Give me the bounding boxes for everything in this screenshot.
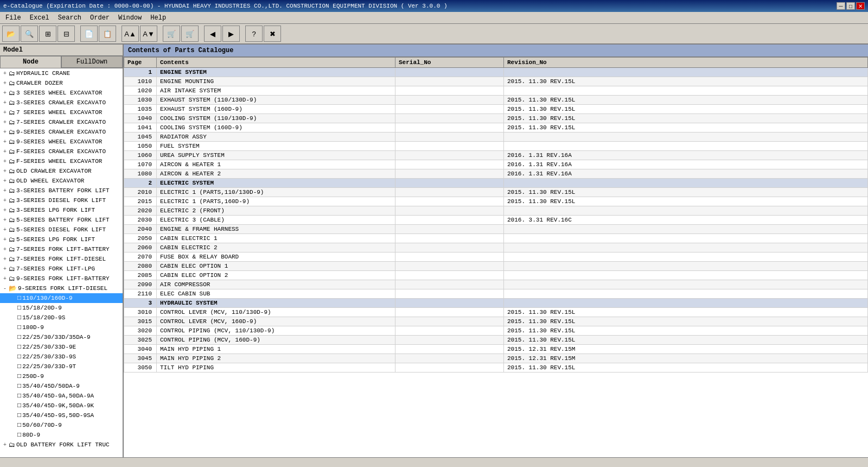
tree-item-80d9[interactable]: □80D-9 [0,430,123,440]
table-row[interactable]: 1050FUEL SYSTEM [124,142,868,151]
tree-item-3-series-wheel[interactable]: +🗂3 SERIES WHEEL EXCAVATOR [0,88,123,98]
tree-item-50-60-70d9[interactable]: □50/60/70D-9 [0,420,123,430]
table-row[interactable]: 1070AIRCON & HEATER 12016. 1.31 REV.16A [124,160,868,169]
tree-container[interactable]: +🗂HYDRAULIC CRANE+🗂CRAWLER DOZER+🗂3 SERI… [0,68,123,457]
tree-item-180d9[interactable]: □180D-9 [0,323,123,332]
next-btn[interactable]: ▶ [222,26,240,42]
prev-btn[interactable]: ◀ [204,26,221,42]
table-row[interactable]: 3020CONTROL PIPING (MCV, 110/130D-9)2015… [124,326,868,336]
expand-icon-7-lpg-fork[interactable]: + [1,266,9,272]
expand-icon-7-series-crawler[interactable]: + [1,119,9,125]
close-window-button[interactable]: ✕ [856,2,865,10]
tree-item-22-25-30-33d9s[interactable]: □22/25/30/33D-9S [0,352,123,362]
expand-icon-old-wheel[interactable]: + [1,178,9,184]
tree-item-3-diesel-fork[interactable]: +🗂3-SERIES DIESEL FORK LIFT [0,195,123,205]
menu-item-window[interactable]: Window [115,13,145,23]
expand-icon-3-series-crawler[interactable]: + [1,100,9,106]
catalogue-table[interactable]: PageContentsSerial_NoRevision_No 1ENGINE… [124,57,868,457]
table-row[interactable]: 1010ENGINE MOUNTING2015. 11.30 REV.15L [124,77,868,86]
tree-item-7-battery-fork[interactable]: +🗂7-SERIES FORK LIFT-BATTERY [0,244,123,254]
menu-item-order[interactable]: Order [87,13,113,23]
table-row[interactable]: 2020ELECTRIC 2 (FRONT) [124,206,868,216]
tree-item-3-series-crawler[interactable]: +🗂3-SERIES CRAWLER EXCAVATO [0,98,123,108]
expand-icon-5-lpg-fork[interactable]: + [1,237,9,243]
tree-item-7-series-crawler[interactable]: +🗂7-SERIES CRAWLER EXCAVATO [0,117,123,127]
table-row[interactable]: 2085CABIN ELEC OPTION 2 [124,271,868,280]
tree-item-crawler-dozer[interactable]: +🗂CRAWLER DOZER [0,78,123,88]
expand-icon-9-series-crawler[interactable]: + [1,129,9,135]
node-tab-fulldown[interactable]: FullDown [61,56,123,68]
tree-item-7-series-wheel[interactable]: +🗂7 SERIES WHEEL EXCAVATOR [0,108,123,117]
tree-item-f-series-wheel[interactable]: +🗂F-SERIES WHEEL EXCAVATOR [0,156,123,166]
tree-item-old-wheel[interactable]: +🗂OLD WHEEL EXCAVATOR [0,176,123,186]
zoom-in-btn[interactable]: A▲ [122,26,139,42]
tree-item-7-lpg-fork[interactable]: +🗂7-SERIES FORK LIFT-LPG [0,264,123,274]
table-row[interactable]: 2ELECTRIC SYSTEM [124,179,868,188]
table-row[interactable]: 2010ELECTRIC 1 (PARTS,110/130D-9)2015. 1… [124,188,868,197]
tree-item-35-40-45-50da9sa[interactable]: □35/40/45D-9S,50D-9SA [0,411,123,420]
table-row[interactable]: 1041COOLING SYSTEM (160D-9)2015. 11.30 R… [124,123,868,132]
expand-icon-old-crawler[interactable]: + [1,168,9,174]
table-row[interactable]: 2050CABIN ELECTRIC 1 [124,234,868,243]
expand-icon-hydraulic-crane[interactable]: + [1,71,9,77]
tree-item-9-diesel-fork[interactable]: -📂9-SERIES FORK LIFT-DIESEL [0,283,123,293]
menu-item-file[interactable]: File [2,13,24,23]
expand-icon-3-series-wheel[interactable]: + [1,90,9,96]
tree-item-old-crawler[interactable]: +🗂OLD CRAWLER EXCAVATOR [0,166,123,176]
tree-item-22-25-30-33d9e[interactable]: □22/25/30/33D-9E [0,342,123,352]
expand-icon-f-series-crawler[interactable]: + [1,149,9,155]
tree-item-9-series-wheel[interactable]: +🗂9-SERIES WHEEL EXCAVATOR [0,137,123,147]
doc2-btn[interactable]: 📋 [99,26,116,42]
expand-icon-5-diesel-fork[interactable]: + [1,227,9,233]
tree-item-9-series-crawler[interactable]: +🗂9-SERIES CRAWLER EXCAVATO [0,127,123,137]
expand-icon-crawler-dozer[interactable]: + [1,80,9,86]
menu-item-search[interactable]: Search [55,13,85,23]
tree-item-5-diesel-fork[interactable]: +🗂5-SERIES DIESEL FORK LIFT [0,225,123,235]
zoom-out-btn[interactable]: A▼ [140,26,157,42]
tree-item-3-battery-fork[interactable]: +🗂3-SERIES BATTERY FORK LIFT [0,186,123,195]
table-row[interactable]: 1060UREA SUPPLY SYSTEM2016. 1.31 REV.16A [124,151,868,160]
table-row[interactable]: 3040MAIN HYD PIPING 12015. 12.31 REV.15M [124,345,868,354]
tree-item-250d9[interactable]: □250D-9 [0,371,123,381]
grid-btn[interactable]: ⊞ [39,26,56,42]
table-row[interactable]: 1080AIRCON & HEATER 22016. 1.31 REV.16A [124,169,868,179]
expand-icon-3-battery-fork[interactable]: + [1,188,9,194]
minimize-button[interactable]: ─ [837,2,845,10]
tree-item-f-series-crawler[interactable]: +🗂F-SERIES CRAWLER EXCAVATO [0,147,123,156]
tree-item-15-18-20d9s[interactable]: □15/18/20D-9S [0,313,123,323]
tree-item-9-battery-fork[interactable]: +🗂9-SERIES FORK LIFT-BATTERY [0,274,123,283]
tree-item-old-battery-truc[interactable]: +🗂OLD BATTERY FORK LIFT TRUC [0,440,123,450]
tree-item-35-40-45-50da9[interactable]: □35/40/45D/50DA-9 [0,381,123,391]
table-row[interactable]: 3010CONTROL LEVER (MCV, 110/130D-9)2015.… [124,308,868,317]
expand-icon-3-lpg-fork[interactable]: + [1,207,9,213]
expand-icon-3-diesel-fork[interactable]: + [1,198,9,204]
table-row[interactable]: 1035EXHAUST SYSTEM (160D-9)2015. 11.30 R… [124,105,868,114]
expand-icon-7-battery-fork[interactable]: + [1,247,9,253]
table-row[interactable]: 2080CABIN ELEC OPTION 1 [124,262,868,271]
open-btn[interactable]: 📂 [2,26,20,42]
expand-icon-9-battery-fork[interactable]: + [1,276,9,282]
table-row[interactable]: 3025CONTROL PIPING (MCV, 160D-9)2015. 11… [124,336,868,345]
table-row[interactable]: 2060CABIN ELECTRIC 2 [124,243,868,253]
tree-item-7-diesel-fork[interactable]: +🗂7-SERIES FORK LIFT-DIESEL [0,254,123,264]
table-row[interactable]: 3015CONTROL LEVER (MCV, 160D-9)2015. 11.… [124,317,868,326]
tree-item-110-130-160[interactable]: □110/130/160D-9 [0,293,123,303]
tree-item-22-25-30-33d9t[interactable]: □22/25/30/33D-9T [0,362,123,371]
table-row[interactable]: 3050TILT HYD PIPING2015. 11.30 REV.15L [124,363,868,373]
expand-icon-old-battery-truc[interactable]: + [1,442,9,448]
maximize-button[interactable]: □ [846,2,855,10]
doc-btn[interactable]: 📄 [80,26,98,42]
table-row[interactable]: 2030ELECTRIC 3 (CABLE)2016. 3.31 REV.16C [124,216,868,225]
expand-icon-f-series-wheel[interactable]: + [1,159,9,165]
grid2-btn[interactable]: ⊟ [58,26,75,42]
tree-item-3-lpg-fork[interactable]: +🗂3-SERIES LPG FORK LIFT [0,205,123,215]
table-row[interactable]: 2070FUSE BOX & RELAY BOARD [124,253,868,262]
table-row[interactable]: 1040COOLING SYSTEM (110/130D-9)2015. 11.… [124,114,868,123]
tree-item-5-battery-fork[interactable]: +🗂5-SERIES BATTERY FORK LIFT [0,215,123,225]
table-row[interactable]: 3045MAIN HYD PIPING 22015. 12.31 REV.15M [124,354,868,363]
table-row[interactable]: 2040ENGINE & FRAME HARNESS [124,225,868,234]
tree-item-35-40-45-50da9k[interactable]: □35/40/45D-9K,50DA-9K [0,401,123,411]
tree-item-hydraulic-crane[interactable]: +🗂HYDRAULIC CRANE [0,68,123,78]
tree-item-5-lpg-fork[interactable]: +🗂5-SERIES LPG FORK LIFT [0,235,123,244]
table-row[interactable]: 1030EXHAUST SYSTEM (110/130D-9)2015. 11.… [124,96,868,105]
